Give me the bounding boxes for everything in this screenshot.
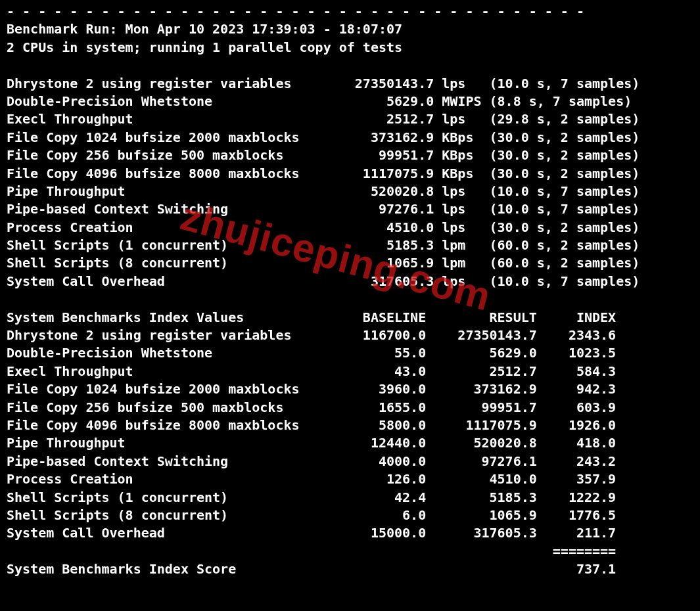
terminal-output: - - - - - - - - - - - - - - - - - - - - …	[0, 0, 700, 585]
